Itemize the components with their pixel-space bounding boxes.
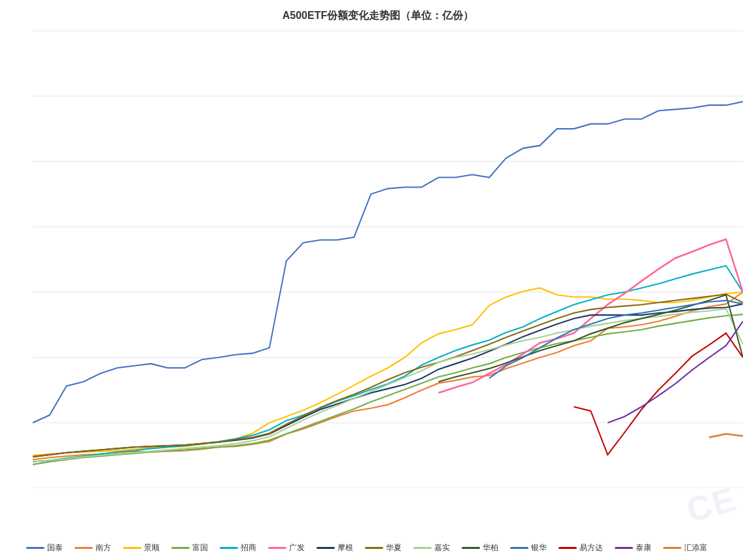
legend-line-guotai	[26, 547, 44, 549]
legend-item-fuguo: 富国	[171, 542, 208, 553]
legend-item-huitianfu: 汇添富	[663, 542, 708, 553]
legend-line-fuguo	[171, 547, 190, 549]
legend-line-yinhua	[510, 547, 528, 549]
legend-label-fuguo: 富国	[192, 542, 208, 553]
legend-area: 国泰 南方 景顺 富国 招商 广发 摩根 华夏	[26, 542, 749, 553]
chart-container: A500ETF份额变化走势图（单位：亿份） 0 50 100 150 200 2…	[0, 0, 756, 560]
legend-line-guangfa	[268, 547, 286, 549]
legend-label-huaxia: 华夏	[386, 542, 402, 553]
line-huabai	[439, 295, 743, 382]
chart-area: 0 50 100 150 200 250 300 350 2024/10/15 …	[33, 29, 743, 488]
legend-item-huabai: 华柏	[462, 542, 498, 553]
legend-item-morgan: 摩根	[317, 542, 353, 553]
chart-title: A500ETF份额变化走势图（单位：亿份）	[0, 0, 756, 27]
legend-line-nanfang	[75, 547, 93, 549]
legend-label-zhaoshang: 招商	[241, 542, 256, 553]
legend-item-yinhua: 银华	[510, 542, 547, 553]
legend-line-morgan	[317, 547, 335, 549]
line-zhaoshang	[33, 266, 743, 462]
legend-label-jingshun: 景顺	[144, 542, 160, 553]
legend-label-taikang: 泰康	[636, 542, 651, 553]
legend-item-guangfa: 广发	[268, 542, 305, 553]
legend-line-jiashi	[413, 547, 432, 549]
legend-label-huitianfu: 汇添富	[684, 542, 708, 553]
legend-line-huabai	[462, 547, 480, 549]
legend-item-guotai: 国泰	[26, 542, 63, 553]
legend-line-yifangda	[558, 547, 577, 549]
legend-label-yifangda: 易方达	[579, 542, 603, 553]
legend-label-huabai: 华柏	[483, 542, 498, 553]
legend-item-jingshun: 景顺	[123, 542, 160, 553]
line-huitianfu	[709, 434, 743, 437]
legend-label-guotai: 国泰	[47, 542, 63, 553]
main-chart-svg: 0 50 100 150 200 250 300 350 2024/10/15 …	[33, 29, 743, 488]
legend-line-jingshun	[123, 547, 141, 549]
legend-label-nanfang: 南方	[95, 542, 111, 553]
line-nanfang	[33, 292, 743, 459]
legend-label-guangfa: 广发	[289, 542, 305, 553]
legend-line-taikang	[615, 547, 633, 549]
legend-item-taikang: 泰康	[615, 542, 651, 553]
legend-label-jiashi: 嘉实	[434, 542, 450, 553]
legend-item-nanfang: 南方	[75, 542, 111, 553]
legend-item-zhaoshang: 招商	[220, 542, 256, 553]
legend-label-yinhua: 银华	[531, 542, 547, 553]
legend-line-huaxia	[365, 547, 383, 549]
legend-label-morgan: 摩根	[337, 542, 353, 553]
legend-item-jiashi: 嘉实	[413, 542, 450, 553]
line-jiashi	[33, 309, 743, 462]
line-taikang	[608, 321, 743, 423]
legend-line-zhaoshang	[220, 547, 238, 549]
line-guotai	[33, 102, 743, 423]
legend-item-yifangda: 易方达	[558, 542, 603, 553]
legend-item-huaxia: 华夏	[365, 542, 402, 553]
legend-line-huitianfu	[663, 547, 681, 549]
